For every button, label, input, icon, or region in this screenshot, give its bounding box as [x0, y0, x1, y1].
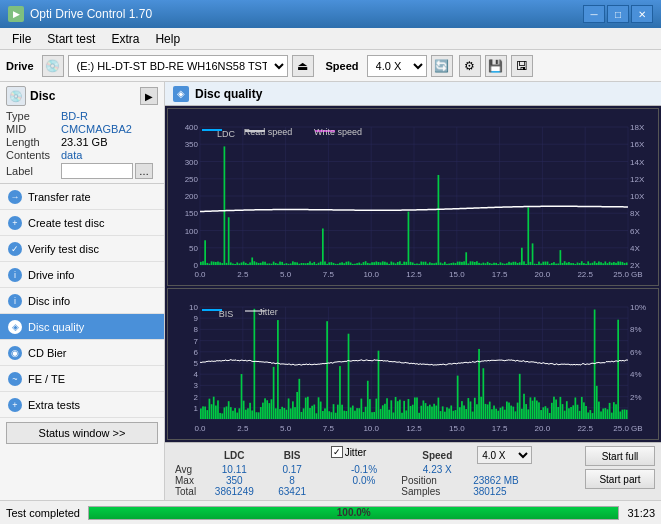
nav-disc-quality[interactable]: ◈ Disc quality: [0, 314, 164, 340]
row-max-label: Max: [171, 475, 201, 486]
disc-contents-field: Contents data: [6, 149, 158, 161]
col-ldc: LDC: [201, 446, 268, 464]
verify-test-label: Verify test disc: [28, 243, 99, 255]
fe-te-icon: ~: [8, 372, 22, 386]
action-buttons: Start full Start part: [585, 446, 655, 489]
samples-value: 380125: [473, 486, 581, 497]
drive-info-icon: i: [8, 268, 22, 282]
eject-button[interactable]: ⏏: [292, 55, 314, 77]
close-button[interactable]: ✕: [631, 5, 653, 23]
ldc-canvas: [168, 109, 658, 285]
stats-content: LDC BIS ✓ Jitter Speed 4.0 X: [171, 446, 655, 497]
jitter-label: Jitter: [345, 447, 367, 458]
status-text: Test completed: [6, 507, 80, 519]
disc-length-field: Length 23.31 GB: [6, 136, 158, 148]
nav-drive-info[interactable]: i Drive info: [0, 262, 164, 288]
settings-button[interactable]: ⚙: [459, 55, 481, 77]
avg-jitter: -0.1%: [327, 464, 402, 475]
contents-value: data: [61, 149, 82, 161]
cd-bier-icon: ◉: [8, 346, 22, 360]
type-value: BD-R: [61, 110, 88, 122]
menu-extra[interactable]: Extra: [103, 28, 147, 49]
disc-quality-icon: ◈: [8, 320, 22, 334]
disc-header: 💿 Disc ▶: [6, 86, 158, 106]
speed-dropdown[interactable]: 4.0 X: [477, 446, 532, 464]
refresh-button[interactable]: 🔄: [431, 55, 453, 77]
nav-verify-test-disc[interactable]: ✓ Verify test disc: [0, 236, 164, 262]
sidebar: 💿 Disc ▶ Type BD-R MID CMCMAGBA2 Length …: [0, 82, 165, 500]
length-value: 23.31 GB: [61, 136, 107, 148]
total-ldc: 3861249: [201, 486, 268, 497]
bis-chart: [167, 288, 659, 440]
avg-bis: 0.17: [268, 464, 317, 475]
extra-tests-label: Extra tests: [28, 399, 80, 411]
content-area: ◈ Disc quality LDC BIS: [165, 82, 661, 500]
maximize-button[interactable]: □: [607, 5, 629, 23]
speed-select[interactable]: 4.0 X 8.0 X 16.0 X: [367, 55, 427, 77]
create-test-label: Create test disc: [28, 217, 104, 229]
avg-speed: 4.23 X: [401, 464, 473, 475]
disc-header-title: Disc: [30, 89, 55, 103]
mid-label: MID: [6, 123, 61, 135]
contents-label: Contents: [6, 149, 61, 161]
disc-quality-header-icon: ◈: [173, 86, 189, 102]
label-browse-button[interactable]: …: [135, 163, 153, 179]
jitter-checkbox[interactable]: ✓: [331, 446, 343, 458]
menu-start-test[interactable]: Start test: [39, 28, 103, 49]
window-controls: ─ □ ✕: [583, 5, 653, 23]
col-speed: Speed: [401, 446, 473, 464]
disc-header-icon: 💿: [6, 86, 26, 106]
nav-transfer-rate[interactable]: → Transfer rate: [0, 184, 164, 210]
disc-info-icon: i: [8, 294, 22, 308]
total-jitter: [327, 486, 402, 497]
status-bar: Test completed 100.0% 31:23: [0, 500, 661, 524]
cd-bier-label: CD Bier: [28, 347, 67, 359]
menu-file[interactable]: File: [4, 28, 39, 49]
drive-select[interactable]: (E:) HL-DT-ST BD-RE WH16NS58 TST4: [68, 55, 288, 77]
row-avg-label: Avg: [171, 464, 201, 475]
drive-label: Drive: [6, 60, 34, 72]
disc-button[interactable]: 💾: [485, 55, 507, 77]
disc-quality-header: ◈ Disc quality: [165, 82, 661, 106]
type-label: Type: [6, 110, 61, 122]
col-bis: BIS: [268, 446, 317, 464]
status-window-button[interactable]: Status window >>: [6, 422, 158, 444]
max-jitter: 0.0%: [327, 475, 402, 486]
label-input[interactable]: [61, 163, 133, 179]
nav-extra-tests[interactable]: + Extra tests: [0, 392, 164, 418]
progress-bar: 100.0%: [88, 506, 619, 520]
row-total-label: Total: [171, 486, 201, 497]
speed-label: Speed: [326, 60, 359, 72]
total-bis: 63421: [268, 486, 317, 497]
nav-fe-te[interactable]: ~ FE / TE: [0, 366, 164, 392]
disc-type-field: Type BD-R: [6, 110, 158, 122]
position-value: 23862 MB: [473, 475, 581, 486]
app-icon: ▶: [8, 6, 24, 22]
start-full-button[interactable]: Start full: [585, 446, 655, 466]
drive-icon-button: 💿: [42, 55, 64, 77]
minimize-button[interactable]: ─: [583, 5, 605, 23]
disc-icon-button[interactable]: ▶: [140, 87, 158, 105]
menu-help[interactable]: Help: [147, 28, 188, 49]
nav-create-test-disc[interactable]: + Create test disc: [0, 210, 164, 236]
mid-value: CMCMAGBA2: [61, 123, 132, 135]
charts-container: [165, 106, 661, 442]
main-layout: 💿 Disc ▶ Type BD-R MID CMCMAGBA2 Length …: [0, 82, 661, 500]
save-button[interactable]: 🖫: [511, 55, 533, 77]
speed-dropdown-cell: 4.0 X: [473, 446, 581, 464]
extra-tests-icon: +: [8, 398, 22, 412]
ldc-chart: [167, 108, 659, 286]
disc-info-panel: 💿 Disc ▶ Type BD-R MID CMCMAGBA2 Length …: [0, 82, 164, 184]
verify-test-icon: ✓: [8, 242, 22, 256]
title-bar: ▶ Opti Drive Control 1.70 ─ □ ✕: [0, 0, 661, 28]
nav-disc-info[interactable]: i Disc info: [0, 288, 164, 314]
menu-bar: File Start test Extra Help: [0, 28, 661, 50]
stats-table: LDC BIS ✓ Jitter Speed 4.0 X: [171, 446, 581, 497]
stats-bar: LDC BIS ✓ Jitter Speed 4.0 X: [165, 442, 661, 500]
disc-quality-title: Disc quality: [195, 87, 262, 101]
label-label: Label: [6, 165, 61, 177]
nav-cd-bier[interactable]: ◉ CD Bier: [0, 340, 164, 366]
start-part-button[interactable]: Start part: [585, 469, 655, 489]
progress-percent: 100.0%: [89, 507, 618, 519]
position-label: Position: [401, 475, 473, 486]
